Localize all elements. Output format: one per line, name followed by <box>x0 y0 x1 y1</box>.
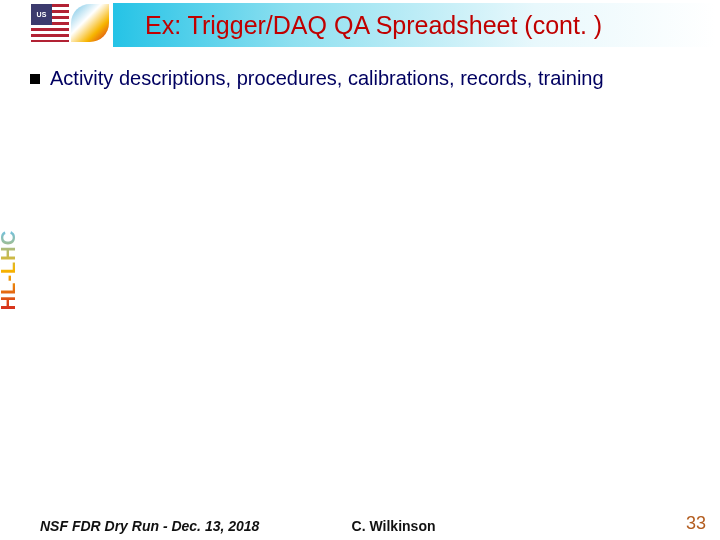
page-number: 33 <box>686 513 706 534</box>
bullet-item: Activity descriptions, procedures, calib… <box>30 67 604 90</box>
bullet-square-icon <box>30 74 40 84</box>
footer-left: NSF FDR Dry Run - Dec. 13, 2018 <box>40 518 259 534</box>
us-flag-icon: US <box>31 4 69 42</box>
cms-logo-icon <box>71 4 109 42</box>
us-flag-label: US <box>31 4 52 25</box>
page-title: Ex: Trigger/DAQ QA Spreadsheet (cont. ) <box>145 11 602 40</box>
footer: NSF FDR Dry Run - Dec. 13, 2018 C. Wilki… <box>0 512 720 534</box>
logo-block: US <box>31 4 111 44</box>
title-bar: Ex: Trigger/DAQ QA Spreadsheet (cont. ) <box>113 3 716 47</box>
sidebar-label: HL-LHC <box>0 230 20 310</box>
footer-center: C. Wilkinson <box>352 518 436 534</box>
slide: HL-LHC US Ex: Trigger/DAQ QA Spreadsheet… <box>0 0 720 540</box>
bullet-text: Activity descriptions, procedures, calib… <box>50 67 604 90</box>
